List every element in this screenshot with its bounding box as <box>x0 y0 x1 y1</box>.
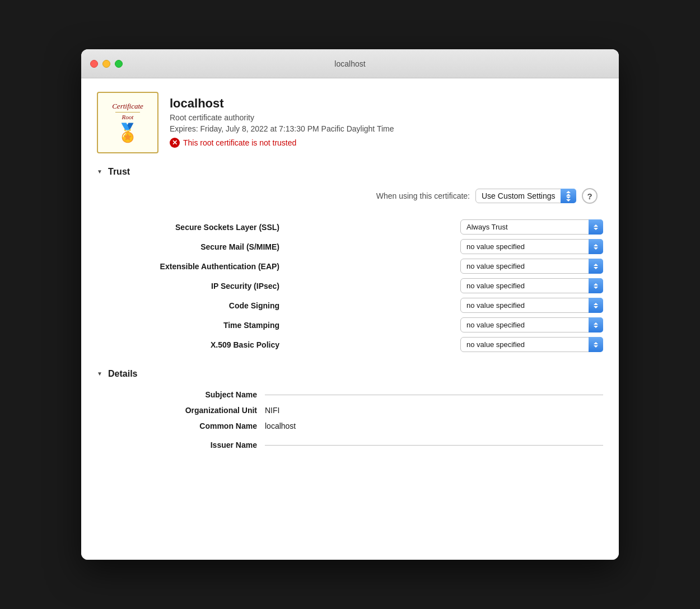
codesigning-label: Code Signing <box>119 301 287 310</box>
cert-usage-label: When using this certificate: <box>376 191 470 200</box>
timestamping-select-wrapper: no value specified Always Trust Never Tr… <box>460 317 603 332</box>
ssl-select-wrapper: Always Trust Never Trust no value specif… <box>460 219 603 235</box>
certificate-info: localhost Root certificate authority Exp… <box>170 92 603 148</box>
subject-name-divider <box>265 395 603 395</box>
x509-select-wrapper: no value specified Always Trust Never Tr… <box>460 337 603 352</box>
ssl-select[interactable]: Always Trust Never Trust no value specif… <box>460 219 603 235</box>
cert-name: localhost <box>170 96 603 111</box>
maximize-button[interactable] <box>115 60 123 68</box>
minimize-button[interactable] <box>102 60 110 68</box>
trust-section-header: ▼ Trust <box>97 167 603 177</box>
codesigning-select[interactable]: no value specified Always Trust Never Tr… <box>460 298 603 313</box>
traffic-lights <box>90 60 123 68</box>
close-button[interactable] <box>90 60 98 68</box>
details-section-header: ▼ Details <box>97 369 603 379</box>
timestamping-select[interactable]: no value specified Always Trust Never Tr… <box>460 317 603 332</box>
ipsec-label: IP Security (IPsec) <box>119 282 287 291</box>
trust-row-smime: Secure Mail (S/MIME) no value specified … <box>119 239 603 254</box>
certificate-window: localhost Certificate Root 🏅 localhost R… <box>81 49 619 560</box>
issuer-name-header-row: Issuer Name <box>142 441 603 449</box>
details-rows: Subject Name Organizational Unit NIFI Co… <box>97 390 603 449</box>
eap-select-wrapper: no value specified Always Trust Never Tr… <box>460 259 603 274</box>
smime-select-wrapper: no value specified Always Trust Never Tr… <box>460 239 603 254</box>
eap-label: Extensible Authentication (EAP) <box>119 262 287 271</box>
trust-row-ssl: Secure Sockets Layer (SSL) Always Trust … <box>119 219 603 235</box>
timestamping-label: Time Stamping <box>119 321 287 330</box>
title-bar: localhost <box>81 49 619 78</box>
cert-error-text: This root certificate is not trusted <box>183 138 296 147</box>
ssl-label: Secure Sockets Layer (SSL) <box>119 223 287 232</box>
content-area: Certificate Root 🏅 localhost Root certif… <box>81 78 619 560</box>
cert-error: ✕ This root certificate is not trusted <box>170 138 603 148</box>
org-unit-label: Organizational Unit <box>142 406 265 415</box>
x509-select[interactable]: no value specified Always Trust Never Tr… <box>460 337 603 352</box>
trust-row-eap: Extensible Authentication (EAP) no value… <box>119 259 603 274</box>
common-name-label: Common Name <box>142 421 265 430</box>
trust-row-ipsec: IP Security (IPsec) no value specified A… <box>119 278 603 293</box>
smime-select[interactable]: no value specified Always Trust Never Tr… <box>460 239 603 254</box>
common-name-row: Common Name localhost <box>142 418 603 434</box>
smime-label: Secure Mail (S/MIME) <box>119 242 287 251</box>
org-unit-row: Organizational Unit NIFI <box>142 402 603 418</box>
trust-row-x509: X.509 Basic Policy no value specified Al… <box>119 337 603 352</box>
trust-rows: Secure Sockets Layer (SSL) Always Trust … <box>97 219 603 352</box>
codesigning-select-wrapper: no value specified Always Trust Never Tr… <box>460 298 603 313</box>
trust-section-title: Trust <box>108 167 130 177</box>
details-section-title: Details <box>108 369 137 379</box>
ipsec-select[interactable]: no value specified Always Trust Never Tr… <box>460 278 603 293</box>
eap-select[interactable]: no value specified Always Trust Never Tr… <box>460 259 603 274</box>
cert-expires: Expires: Friday, July 8, 2022 at 7:13:30… <box>170 124 603 133</box>
certificate-icon: Certificate Root 🏅 <box>97 92 158 153</box>
cert-type: Root certificate authority <box>170 113 603 122</box>
ipsec-select-wrapper: no value specified Always Trust Never Tr… <box>460 278 603 293</box>
trust-toggle-icon[interactable]: ▼ <box>97 168 104 175</box>
trust-section: ▼ Trust When using this certificate: Use… <box>97 167 603 352</box>
issuer-name-divider <box>265 445 603 446</box>
details-toggle-icon[interactable]: ▼ <box>97 371 104 377</box>
common-name-value: localhost <box>265 421 603 430</box>
issuer-name-label: Issuer Name <box>142 441 265 449</box>
subject-name-label: Subject Name <box>142 390 265 399</box>
cert-usage-row: When using this certificate: Use Custom … <box>97 188 603 204</box>
trust-row-codesigning: Code Signing no value specified Always T… <box>119 298 603 313</box>
help-button[interactable]: ? <box>582 188 598 204</box>
subject-name-header-row: Subject Name <box>142 390 603 399</box>
error-icon: ✕ <box>170 138 180 148</box>
window-title: localhost <box>334 59 365 68</box>
certificate-header: Certificate Root 🏅 localhost Root certif… <box>97 92 603 153</box>
main-select-wrapper: Use Custom Settings Always Trust Never T… <box>475 189 576 203</box>
x509-label: X.509 Basic Policy <box>119 340 287 349</box>
trust-row-timestamping: Time Stamping no value specified Always … <box>119 317 603 332</box>
details-section: ▼ Details Subject Name Organizational Un… <box>97 369 603 449</box>
org-unit-value: NIFI <box>265 406 603 415</box>
main-trust-select[interactable]: Use Custom Settings Always Trust Never T… <box>475 189 576 203</box>
